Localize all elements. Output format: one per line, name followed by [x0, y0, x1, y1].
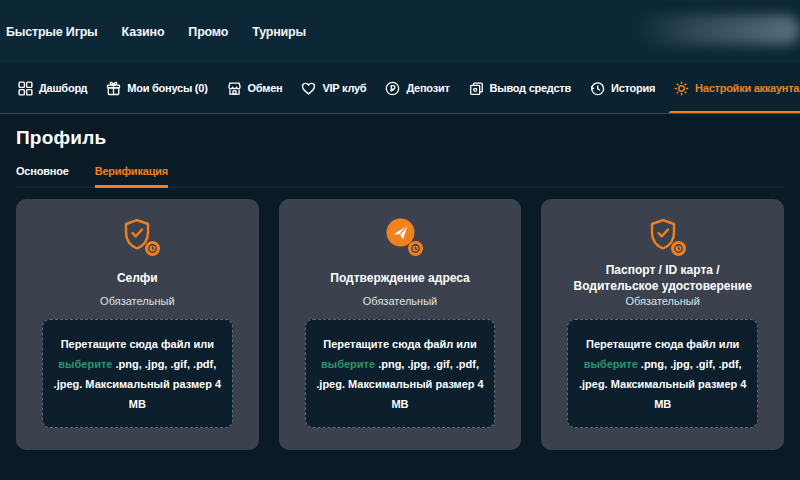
verification-card-selfie: Селфи Обязательный Перетащите сюда файл …	[16, 199, 259, 450]
nav-item-tournaments[interactable]: Турниры	[252, 25, 306, 39]
shop-icon	[227, 81, 242, 96]
dashboard-icon	[18, 81, 33, 96]
dropzone-text-before: Перетащите сюда файл или	[61, 338, 214, 350]
nav-item-fast-games[interactable]: Быстрые Игры	[6, 25, 98, 39]
tab-deposit[interactable]: Депозит	[385, 63, 449, 114]
account-tab-bar: Дашборд Мои бонусы (0) Обмен	[0, 63, 800, 114]
card-title: Подтверждение адреса	[330, 262, 469, 294]
tab-withdrawal[interactable]: Вывод средств	[469, 63, 571, 114]
tab-label: Настройки аккаунта	[695, 82, 799, 94]
gift-icon	[106, 81, 121, 96]
pending-clock-badge-icon	[408, 241, 423, 256]
file-dropzone[interactable]: Перетащите сюда файл или выберите .png, …	[567, 319, 758, 428]
requirement-label: Обязательный	[100, 295, 174, 307]
verification-cards: Селфи Обязательный Перетащите сюда файл …	[16, 199, 784, 450]
blurred-area	[635, 15, 800, 45]
page-title: Профиль	[16, 127, 784, 149]
nav-item-casino[interactable]: Казино	[122, 25, 165, 39]
dropzone-text-before: Перетащите сюда файл или	[323, 338, 476, 350]
dropzone-text: Перетащите сюда файл или выберите .png, …	[51, 334, 224, 414]
requirement-label: Обязательный	[363, 295, 437, 307]
requirement-label: Обязательный	[625, 295, 699, 307]
heart-icon	[301, 81, 316, 96]
tab-history[interactable]: История	[590, 63, 655, 114]
banknotes-icon	[469, 81, 484, 96]
tab-label: Мои бонусы (0)	[127, 82, 207, 94]
subtab-general[interactable]: Основное	[16, 165, 69, 188]
browse-file-link[interactable]: выберите	[321, 358, 375, 370]
profile-subtabs: Основное Верификация	[16, 165, 784, 188]
subtab-verification[interactable]: Верификация	[95, 165, 168, 188]
shield-check-clock-icon	[122, 218, 152, 256]
verification-card-passport: Паспорт / ID карта / Водительское удосто…	[541, 199, 784, 450]
dropzone-text: Перетащите сюда файл или выберите .png, …	[576, 334, 749, 414]
tab-label: История	[611, 82, 655, 94]
history-icon	[590, 81, 605, 96]
tab-label: Вывод средств	[490, 82, 571, 94]
browse-file-link[interactable]: выберите	[584, 358, 638, 370]
pending-clock-badge-icon	[671, 241, 686, 256]
browse-file-link[interactable]: выберите	[58, 358, 112, 370]
tab-label: Дашборд	[39, 82, 87, 94]
file-dropzone[interactable]: Перетащите сюда файл или выберите .png, …	[42, 319, 233, 428]
profile-section: Профиль Основное Верификация Селфи Обяза…	[0, 114, 800, 450]
tab-dashboard[interactable]: Дашборд	[18, 63, 87, 114]
tab-account-settings[interactable]: Настройки аккаунта	[674, 63, 799, 114]
nav-item-promo[interactable]: Промо	[188, 25, 228, 39]
tab-my-bonuses[interactable]: Мои бонусы (0)	[106, 63, 207, 114]
address-send-clock-icon	[386, 218, 415, 256]
tab-label: VIP клуб	[322, 82, 366, 94]
card-title: Паспорт / ID карта / Водительское удосто…	[567, 262, 758, 294]
dropzone-text-before: Перетащите сюда файл или	[586, 338, 739, 350]
pending-clock-badge-icon	[145, 241, 160, 256]
tab-exchange[interactable]: Обмен	[227, 63, 283, 114]
file-dropzone[interactable]: Перетащите сюда файл или выберите .png, …	[305, 319, 496, 428]
gear-icon	[674, 81, 689, 96]
shield-check-clock-icon	[648, 218, 678, 256]
verification-card-address: Подтверждение адреса Обязательный Перета…	[279, 199, 522, 450]
card-title: Селфи	[117, 262, 158, 294]
top-nav: Быстрые Игры Казино Промо Турниры	[0, 0, 800, 63]
dropzone-text: Перетащите сюда файл или выберите .png, …	[314, 334, 487, 414]
tab-label: Обмен	[248, 82, 283, 94]
tab-label: Депозит	[406, 82, 449, 94]
coin-icon	[385, 81, 400, 96]
tab-vip-club[interactable]: VIP клуб	[301, 63, 366, 114]
